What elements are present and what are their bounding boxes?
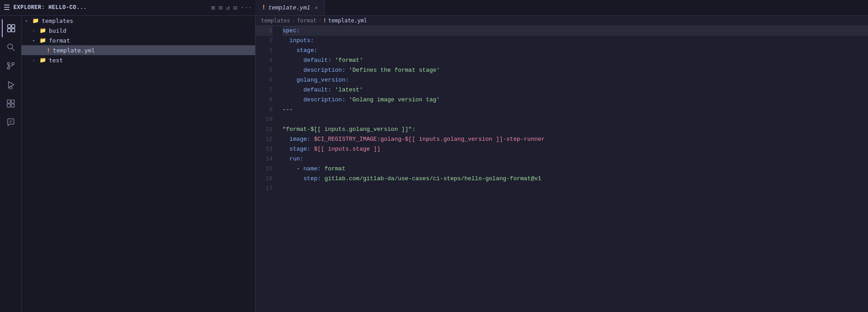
- code-line-10: [282, 115, 868, 125]
- arrow-right-icon: ›: [32, 58, 39, 63]
- svg-rect-16: [11, 104, 14, 107]
- activity-explorer[interactable]: [2, 19, 20, 37]
- breadcrumb-warning-icon: !: [323, 17, 326, 24]
- folder-icon: 📁: [39, 27, 46, 34]
- code-line-15: - name: format: [282, 164, 868, 174]
- arrow-down-icon: ▾: [25, 18, 32, 23]
- tree-item-template-yml[interactable]: ! template.yml: [22, 45, 255, 55]
- code-lines[interactable]: spec: inputs: stage: default: 'format' d…: [279, 26, 868, 312]
- tab-close-icon[interactable]: ✕: [315, 4, 318, 11]
- tree-item-label: test: [49, 57, 63, 64]
- breadcrumb-file[interactable]: template.yml: [328, 17, 367, 24]
- refresh-icon[interactable]: ↺: [226, 4, 230, 12]
- code-line-16: step: gitlab.com/gitlab-da/use-cases/ci-…: [282, 174, 868, 184]
- tree-item-label: build: [49, 27, 66, 34]
- folder-icon: 📁: [32, 17, 39, 24]
- code-line-4: default: 'format': [282, 56, 868, 65]
- code-line-5: description: 'Defines the format stage': [282, 65, 868, 75]
- code-line-1: spec:: [282, 26, 868, 36]
- code-line-6: golang_version:: [282, 75, 868, 85]
- activity-search[interactable]: [2, 38, 20, 56]
- code-line-17: [282, 184, 868, 194]
- tree-item-label: format: [49, 37, 70, 44]
- breadcrumb-sep2: ›: [318, 17, 321, 24]
- sidebar: ▾ 📁 templates › 📁 build ▾ 📁 format ! tem…: [22, 16, 256, 312]
- svg-point-7: [12, 63, 14, 65]
- svg-line-5: [12, 48, 14, 51]
- code-line-3: stage:: [282, 46, 868, 56]
- activity-bar: [0, 16, 22, 312]
- tab-template-yml[interactable]: ! template.yml ✕: [256, 0, 325, 15]
- svg-point-4: [8, 44, 13, 49]
- tab-filename: template.yml: [268, 4, 310, 11]
- code-line-2: inputs:: [282, 36, 868, 46]
- more-actions-icon[interactable]: ···: [241, 4, 252, 11]
- svg-rect-15: [7, 104, 10, 107]
- folder-icon: 📁: [39, 37, 46, 43]
- tree-item-build[interactable]: › 📁 build: [22, 26, 255, 35]
- line-numbers: 1 2 3 4 5 6 7 8 9 10 11 12 13 14 15 16 1…: [256, 26, 279, 312]
- svg-point-6: [7, 63, 9, 65]
- breadcrumb-sep1: ›: [292, 17, 295, 24]
- breadcrumb-format[interactable]: format: [297, 17, 316, 24]
- activity-source-control[interactable]: [2, 57, 20, 75]
- svg-rect-0: [8, 25, 11, 28]
- svg-rect-3: [12, 29, 15, 32]
- breadcrumb-templates[interactable]: templates: [261, 17, 290, 24]
- code-line-11: "format-$[[ inputs.golang_version ]]":: [282, 125, 868, 134]
- svg-rect-2: [8, 29, 11, 32]
- code-editor[interactable]: 1 2 3 4 5 6 7 8 9 10 11 12 13 14 15 16 1…: [256, 26, 868, 312]
- svg-rect-13: [7, 100, 10, 103]
- code-line-14: run:: [282, 154, 868, 164]
- svg-point-8: [7, 67, 9, 69]
- new-file-icon[interactable]: ⊞: [211, 4, 215, 12]
- activity-chat[interactable]: [2, 113, 20, 131]
- tree-item-format[interactable]: ▾ 📁 format: [22, 35, 255, 45]
- activity-extensions[interactable]: [2, 95, 20, 113]
- editor-area: templates › format › ! template.yml 1 2 …: [256, 16, 868, 312]
- tree-item-test[interactable]: › 📁 test: [22, 55, 255, 65]
- tab-warning-icon: !: [262, 4, 265, 11]
- tree-item-label: template.yml: [53, 47, 95, 54]
- svg-rect-14: [11, 100, 14, 103]
- folder-icon: 📁: [39, 57, 46, 63]
- code-line-13: stage: $[[ inputs.stage ]]: [282, 144, 868, 154]
- svg-rect-1: [12, 25, 15, 28]
- arrow-right-icon: ›: [32, 28, 39, 33]
- new-folder-icon[interactable]: ⊟: [218, 4, 222, 12]
- arrow-down-icon: ▾: [32, 38, 39, 43]
- code-line-9: ---: [282, 105, 868, 115]
- explorer-title: EXPLORER: HELLO-CO...: [13, 4, 208, 11]
- tree-item-label: templates: [42, 17, 73, 24]
- code-line-7: default: 'latest': [282, 85, 868, 95]
- breadcrumb: templates › format › ! template.yml: [256, 16, 868, 26]
- file-warning-icon: !: [47, 47, 50, 54]
- activity-run-debug[interactable]: [2, 76, 20, 94]
- code-line-12: image: $CI_REGISTRY_IMAGE:golang-$[[ inp…: [282, 134, 868, 144]
- tree-item-templates[interactable]: ▾ 📁 templates: [22, 16, 255, 26]
- code-line-8: description: 'Golang image version tag': [282, 95, 868, 105]
- collapse-icon[interactable]: ⊡: [233, 4, 237, 12]
- hamburger-icon[interactable]: ☰: [4, 3, 10, 12]
